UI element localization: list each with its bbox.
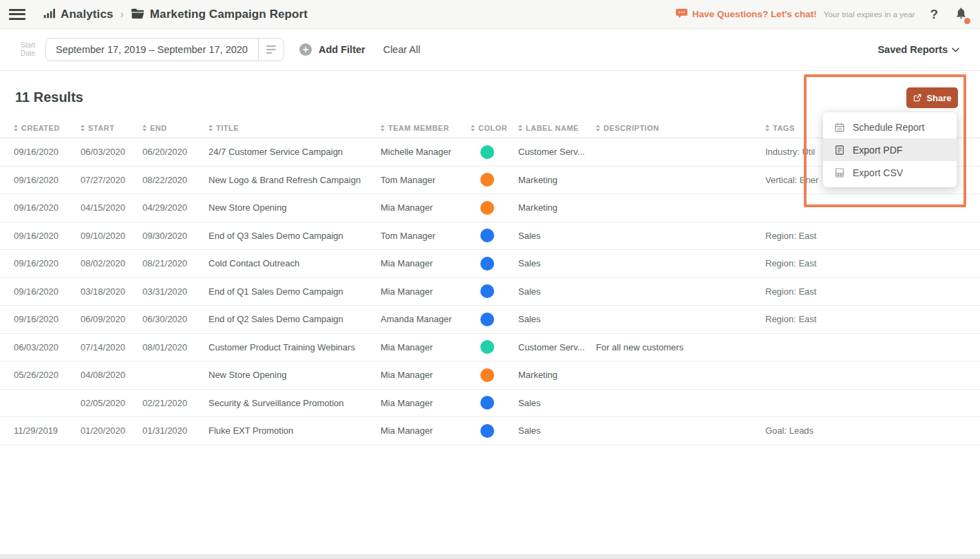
cell-tags: Goal: Leads — [765, 425, 980, 436]
cell-label-name: Sales — [518, 231, 596, 241]
cell-created: 09/16/2020 — [14, 258, 81, 268]
column-header[interactable]: End — [142, 124, 209, 132]
cell-created: 09/16/2020 — [14, 286, 81, 297]
cell-title: New Logo & Brand Refresh Campaign — [209, 175, 381, 185]
menu-item-export-pdf[interactable]: Export PDF — [823, 138, 957, 161]
menu-item-label: Export PDF — [853, 145, 902, 156]
sort-icon — [765, 125, 769, 131]
cell-start: 02/05/2020 — [81, 398, 142, 408]
color-dot — [480, 424, 494, 438]
column-label: Color — [478, 124, 507, 132]
cell-team-member: Mia Manager — [381, 258, 471, 268]
sort-icon — [518, 125, 522, 131]
color-dot — [480, 229, 494, 242]
cell-title: Customer Product Training Webinars — [209, 342, 381, 352]
color-dot — [480, 284, 494, 298]
table-row[interactable]: 09/16/2020 08/02/2020 08/21/2020 Cold Co… — [0, 250, 980, 278]
hamburger-menu-icon[interactable] — [8, 8, 26, 21]
table-row[interactable]: 02/05/2020 02/21/2020 Security & Surveil… — [0, 390, 980, 418]
share-dropdown-menu: Schedule Report Export PDF Export CSV — [823, 112, 957, 187]
column-header[interactable]: Title — [209, 124, 381, 132]
cell-team-member: Mia Manager — [381, 370, 471, 380]
cell-end: 08/21/2020 — [142, 258, 209, 268]
table-row[interactable]: 09/16/2020 09/10/2020 09/30/2020 End of … — [0, 222, 980, 251]
start-date-label: Start Date — [21, 41, 40, 58]
cell-title: End of Q2 Sales Demo Campaign — [209, 314, 381, 324]
breadcrumb-app[interactable]: Analytics — [61, 8, 114, 21]
chat-link-label: Have Questions? Let's chat! — [692, 9, 817, 19]
cell-color — [471, 145, 518, 159]
table-row[interactable]: 05/26/2020 04/08/2020 New Store Opening … — [0, 361, 980, 390]
chat-link[interactable]: Have Questions? Let's chat! — [676, 8, 817, 21]
cell-start: 01/20/2020 — [81, 425, 142, 436]
column-header[interactable]: Created — [14, 124, 81, 132]
table-row[interactable]: 09/16/2020 06/09/2020 06/30/2020 End of … — [0, 306, 980, 334]
column-header[interactable]: Color — [471, 124, 518, 132]
color-dot — [480, 173, 494, 187]
column-label: Start — [88, 124, 114, 132]
saved-reports-dropdown[interactable]: Saved Reports — [877, 44, 959, 55]
chevron-right-icon: › — [120, 8, 124, 21]
cell-team-member: Tom Manager — [381, 231, 471, 241]
color-dot — [480, 396, 494, 410]
sort-icon — [81, 125, 85, 131]
cell-color — [471, 229, 518, 242]
cell-start: 08/02/2020 — [81, 258, 142, 268]
cell-created: 09/16/2020 — [14, 175, 81, 185]
spreadsheet-csv-icon — [834, 167, 845, 178]
color-dot — [480, 313, 494, 326]
menu-item-export-csv[interactable]: Export CSV — [823, 161, 957, 184]
table-row[interactable]: 11/29/2019 01/20/2020 01/31/2020 Fluke E… — [0, 417, 980, 445]
breadcrumb: Analytics › Marketing Campaign Report — [43, 7, 308, 22]
menu-item-label: Export CSV — [853, 167, 903, 178]
table-row[interactable]: 06/03/2020 07/14/2020 08/01/2020 Custome… — [0, 334, 980, 362]
top-bar-right: Have Questions? Let's chat! Your trial e… — [676, 6, 968, 23]
table-row[interactable]: 09/16/2020 03/18/2020 03/31/2020 End of … — [0, 278, 980, 306]
column-header[interactable]: Team Member — [381, 124, 471, 132]
cell-team-member: Mia Manager — [381, 425, 471, 436]
cell-tags: Region: East — [765, 314, 980, 324]
share-button[interactable]: Share — [906, 87, 958, 108]
results-count-heading: 11 Results — [15, 89, 980, 105]
cell-tags: Region: East — [765, 231, 980, 241]
cell-end: 03/31/2020 — [142, 286, 209, 297]
menu-item-label: Schedule Report — [853, 122, 924, 133]
notifications-bell-icon[interactable] — [955, 6, 968, 23]
cell-label-name: Marketing — [518, 202, 596, 213]
date-range-control: September 17, 2019 – September 17, 2020 — [45, 38, 284, 61]
column-header[interactable]: Label Name — [518, 124, 596, 132]
column-header[interactable]: Start — [81, 124, 142, 132]
cell-team-member: Michelle Manager — [381, 147, 471, 157]
document-pdf-icon — [834, 145, 845, 156]
cell-start: 06/09/2020 — [81, 314, 142, 324]
cell-title: End of Q3 Sales Demo Campaign — [209, 231, 381, 241]
calendar-icon — [834, 122, 845, 133]
breadcrumb-page-title: Marketing Campaign Report — [150, 8, 308, 21]
share-button-label: Share — [926, 93, 951, 103]
cell-color — [471, 201, 518, 215]
clear-all-button[interactable]: Clear All — [383, 44, 420, 55]
filter-lines-icon — [266, 45, 276, 54]
sort-icon — [14, 125, 18, 131]
cell-team-member: Amanda Manager — [381, 314, 471, 324]
cell-team-member: Tom Manager — [381, 175, 471, 185]
sort-icon — [142, 125, 147, 131]
column-label: Description — [604, 124, 659, 132]
cell-color — [471, 368, 518, 382]
filter-bar: Start Date September 17, 2019 – Septembe… — [0, 29, 980, 71]
table-row[interactable]: 09/16/2020 04/15/2020 04/29/2020 New Sto… — [0, 194, 980, 222]
saved-reports-label: Saved Reports — [877, 44, 948, 55]
menu-item-schedule-report[interactable]: Schedule Report — [823, 116, 957, 138]
column-label: Created — [21, 124, 60, 132]
cell-color — [471, 257, 518, 271]
add-filter-label: Add Filter — [319, 44, 365, 55]
app-window: Analytics › Marketing Campaign Report Ha… — [0, 0, 980, 559]
date-range-input[interactable]: September 17, 2019 – September 17, 2020 — [46, 39, 258, 61]
help-icon[interactable]: ? — [930, 7, 938, 22]
column-header[interactable]: Description — [596, 124, 765, 132]
cell-color — [471, 396, 518, 410]
cell-start: 06/03/2020 — [81, 147, 142, 157]
add-filter-button[interactable]: + Add Filter — [299, 43, 365, 56]
date-filter-options-button[interactable] — [258, 39, 284, 61]
cell-title: New Store Opening — [209, 370, 381, 380]
